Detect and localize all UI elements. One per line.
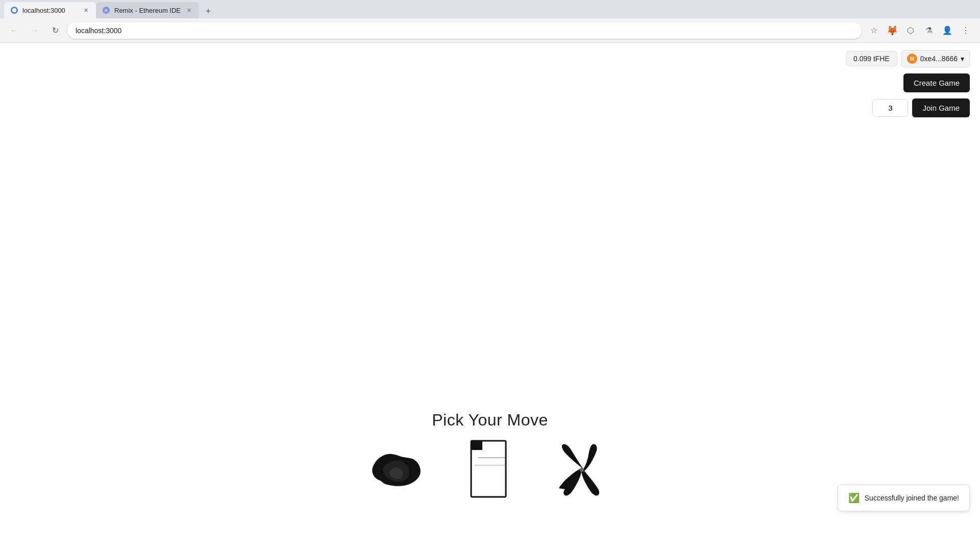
toast-message: Successfully joined the game! — [865, 494, 959, 502]
svg-point-1 — [12, 8, 16, 12]
fox-button[interactable]: 🦊 — [884, 22, 900, 39]
svg-point-9 — [580, 468, 584, 472]
tab-remix[interactable]: R Remix - Ethereum IDE ✕ — [96, 2, 199, 18]
pick-move-section: Pick Your Move — [368, 411, 612, 501]
pick-move-title: Pick Your Move — [432, 411, 548, 430]
rock-icon — [370, 445, 426, 496]
scissors-icon — [554, 442, 610, 498]
tab-close-2[interactable]: ✕ — [185, 6, 193, 14]
wallet-chevron-icon: ▾ — [961, 55, 964, 63]
tab-favicon-2: R — [102, 6, 110, 14]
tab-localhost[interactable]: localhost:3000 ✕ — [4, 2, 96, 18]
tab-label-1: localhost:3000 — [22, 7, 78, 14]
profile-button[interactable]: 👤 — [939, 22, 955, 39]
game-id-input[interactable] — [872, 99, 908, 117]
reload-icon: ↻ — [52, 26, 59, 35]
reload-button[interactable]: ↻ — [47, 22, 63, 39]
create-game-button[interactable]: Create Game — [903, 73, 970, 92]
back-icon: ← — [10, 26, 18, 35]
lab-button[interactable]: ⚗ — [921, 22, 937, 39]
profile-icon: 👤 — [942, 26, 952, 35]
top-right-controls: 0.099 tFHE M 0xe4...8666 ▾ Create Game J… — [846, 50, 970, 117]
star-icon: ☆ — [870, 26, 877, 35]
bookmark-button[interactable]: ☆ — [866, 22, 882, 39]
join-game-button[interactable]: Join Game — [912, 98, 970, 117]
tab-favicon-1 — [10, 6, 18, 14]
move-rock[interactable] — [368, 440, 429, 501]
menu-button[interactable]: ⋮ — [958, 22, 974, 39]
wallet-address-text: 0xe4...8666 — [920, 55, 958, 63]
address-input[interactable] — [67, 22, 862, 39]
forward-button[interactable]: → — [27, 22, 43, 39]
tab-close-1[interactable]: ✕ — [82, 6, 90, 14]
fox-icon: 🦊 — [887, 25, 898, 36]
address-bar-row: ← → ↻ ☆ 🦊 ⬡ ⚗ 👤 ⋮ — [0, 18, 980, 43]
move-scissors[interactable] — [551, 440, 612, 501]
browser-chrome: localhost:3000 ✕ R Remix - Ethereum IDE … — [0, 0, 980, 43]
balance-badge: 0.099 tFHE — [846, 51, 897, 66]
svg-text:M: M — [910, 56, 914, 62]
menu-icon: ⋮ — [962, 26, 970, 35]
tabs-bar: localhost:3000 ✕ R Remix - Ethereum IDE … — [0, 0, 980, 18]
new-tab-button[interactable]: + — [201, 4, 215, 18]
extensions-icon: ⬡ — [907, 26, 914, 35]
tab-label-2: Remix - Ethereum IDE — [114, 7, 181, 14]
forward-icon: → — [31, 26, 39, 35]
join-game-row: Join Game — [872, 98, 970, 117]
toast-notification: ✅ Successfully joined the game! — [838, 485, 970, 511]
wallet-info: 0.099 tFHE M 0xe4...8666 ▾ — [846, 50, 970, 67]
move-paper[interactable] — [459, 440, 521, 501]
toast-check-icon: ✅ — [848, 492, 860, 504]
toolbar-icons: ☆ 🦊 ⬡ ⚗ 👤 ⋮ — [866, 22, 974, 39]
paper-icon — [467, 440, 513, 501]
extensions-button[interactable]: ⬡ — [902, 22, 919, 39]
svg-text:R: R — [105, 8, 108, 13]
back-button[interactable]: ← — [6, 22, 22, 39]
page-content: 0.099 tFHE M 0xe4...8666 ▾ Create Game J… — [0, 43, 980, 532]
move-options — [368, 440, 612, 501]
lab-icon: ⚗ — [925, 26, 933, 35]
wallet-address-button[interactable]: M 0xe4...8666 ▾ — [901, 50, 970, 67]
metamask-icon: M — [907, 54, 917, 64]
